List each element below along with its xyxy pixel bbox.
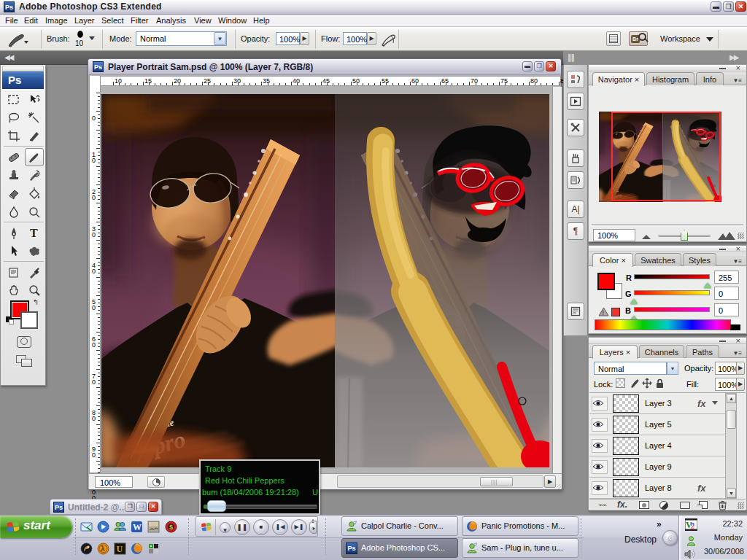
svg-text:λ: λ — [101, 545, 105, 553]
svg-text:c: c — [692, 524, 695, 531]
svg-text:U: U — [117, 544, 123, 554]
svg-text:!: ! — [603, 309, 605, 316]
svg-text:$: $ — [169, 524, 173, 531]
svg-text:T: T — [30, 227, 38, 239]
svg-text:W: W — [133, 522, 142, 532]
